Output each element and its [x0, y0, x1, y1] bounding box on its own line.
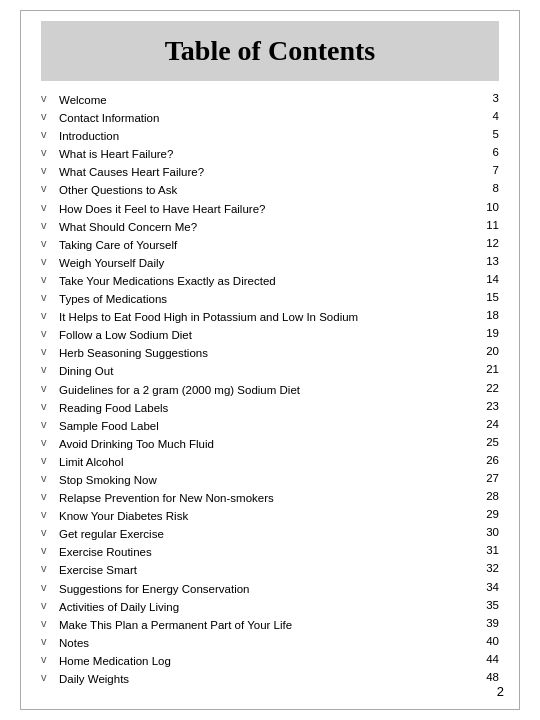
- corner-page-number: 2: [497, 684, 504, 699]
- toc-page: 13: [469, 254, 499, 272]
- toc-label: Avoid Drinking Too Much Fluid: [59, 435, 469, 453]
- toc-page: 5: [469, 127, 499, 145]
- toc-bullet: v: [41, 127, 59, 145]
- toc-label: Follow a Low Sodium Diet: [59, 326, 469, 344]
- toc-bullet: v: [41, 417, 59, 435]
- toc-label: Other Questions to Ask: [59, 181, 469, 199]
- toc-row: vWhat Causes Heart Failure?7: [41, 163, 499, 181]
- toc-row: vMake This Plan a Permanent Part of Your…: [41, 616, 499, 634]
- toc-label: What is Heart Failure?: [59, 145, 469, 163]
- toc-page: 39: [469, 616, 499, 634]
- toc-row: vContact Information4: [41, 109, 499, 127]
- toc-label: Limit Alcohol: [59, 453, 469, 471]
- toc-page: 20: [469, 344, 499, 362]
- toc-page: 18: [469, 308, 499, 326]
- toc-page: 27: [469, 471, 499, 489]
- toc-page: 12: [469, 236, 499, 254]
- toc-label: Taking Care of Yourself: [59, 236, 469, 254]
- toc-row: vSuggestions for Energy Conservation34: [41, 580, 499, 598]
- toc-bullet: v: [41, 326, 59, 344]
- toc-label: Home Medication Log: [59, 652, 469, 670]
- toc-page: 7: [469, 163, 499, 181]
- toc-table: vWelcome3vContact Information4vIntroduct…: [41, 91, 499, 688]
- toc-label: Suggestions for Energy Conservation: [59, 580, 469, 598]
- toc-bullet: v: [41, 543, 59, 561]
- toc-bullet: v: [41, 381, 59, 399]
- toc-row: vActivities of Daily Living35: [41, 598, 499, 616]
- toc-label: Guidelines for a 2 gram (2000 mg) Sodium…: [59, 381, 469, 399]
- toc-page: 24: [469, 417, 499, 435]
- toc-row: vWhat is Heart Failure?6: [41, 145, 499, 163]
- toc-page: 10: [469, 200, 499, 218]
- toc-label: Types of Medications: [59, 290, 469, 308]
- toc-bullet: v: [41, 344, 59, 362]
- toc-page: 35: [469, 598, 499, 616]
- toc-label: Exercise Smart: [59, 561, 469, 579]
- title-box: Table of Contents: [41, 21, 499, 81]
- toc-page: 15: [469, 290, 499, 308]
- toc-row: vTypes of Medications15: [41, 290, 499, 308]
- toc-label: Dining Out: [59, 362, 469, 380]
- toc-page: 3: [469, 91, 499, 109]
- toc-label: Daily Weights: [59, 670, 469, 688]
- toc-bullet: v: [41, 652, 59, 670]
- toc-row: vReading Food Labels23: [41, 399, 499, 417]
- toc-label: What Should Concern Me?: [59, 218, 469, 236]
- toc-row: vTaking Care of Yourself12: [41, 236, 499, 254]
- toc-page: 34: [469, 580, 499, 598]
- toc-row: vAvoid Drinking Too Much Fluid25: [41, 435, 499, 453]
- toc-bullet: v: [41, 218, 59, 236]
- toc-bullet: v: [41, 290, 59, 308]
- toc-bullet: v: [41, 525, 59, 543]
- toc-label: It Helps to Eat Food High in Potassium a…: [59, 308, 469, 326]
- toc-label: Take Your Medications Exactly as Directe…: [59, 272, 469, 290]
- toc-row: vHome Medication Log44: [41, 652, 499, 670]
- toc-bullet: v: [41, 254, 59, 272]
- toc-page: 4: [469, 109, 499, 127]
- toc-row: vLimit Alcohol26: [41, 453, 499, 471]
- toc-row: vNotes40: [41, 634, 499, 652]
- toc-bullet: v: [41, 181, 59, 199]
- toc-bullet: v: [41, 145, 59, 163]
- toc-bullet: v: [41, 616, 59, 634]
- toc-page: 25: [469, 435, 499, 453]
- toc-row: vRelapse Prevention for New Non-smokers2…: [41, 489, 499, 507]
- toc-bullet: v: [41, 580, 59, 598]
- toc-row: vExercise Smart32: [41, 561, 499, 579]
- toc-page: 23: [469, 399, 499, 417]
- toc-row: vStop Smoking Now27: [41, 471, 499, 489]
- toc-bullet: v: [41, 200, 59, 218]
- toc-row: vIntroduction5: [41, 127, 499, 145]
- toc-page: 28: [469, 489, 499, 507]
- toc-bullet: v: [41, 272, 59, 290]
- toc-page: 19: [469, 326, 499, 344]
- toc-label: Know Your Diabetes Risk: [59, 507, 469, 525]
- toc-bullet: v: [41, 598, 59, 616]
- toc-bullet: v: [41, 561, 59, 579]
- toc-label: How Does it Feel to Have Heart Failure?: [59, 200, 469, 218]
- toc-page: 32: [469, 561, 499, 579]
- toc-bullet: v: [41, 453, 59, 471]
- toc-row: vDining Out21: [41, 362, 499, 380]
- toc-label: Notes: [59, 634, 469, 652]
- toc-row: vSample Food Label24: [41, 417, 499, 435]
- toc-bullet: v: [41, 670, 59, 688]
- toc-label: Contact Information: [59, 109, 469, 127]
- toc-page: 44: [469, 652, 499, 670]
- toc-label: Weigh Yourself Daily: [59, 254, 469, 272]
- toc-page: 14: [469, 272, 499, 290]
- toc-bullet: v: [41, 435, 59, 453]
- toc-label: Introduction: [59, 127, 469, 145]
- toc-row: vGuidelines for a 2 gram (2000 mg) Sodiu…: [41, 381, 499, 399]
- toc-row: vTake Your Medications Exactly as Direct…: [41, 272, 499, 290]
- toc-page: 11: [469, 218, 499, 236]
- toc-label: Herb Seasoning Suggestions: [59, 344, 469, 362]
- toc-row: vKnow Your Diabetes Risk29: [41, 507, 499, 525]
- toc-label: Sample Food Label: [59, 417, 469, 435]
- toc-page: 30: [469, 525, 499, 543]
- toc-bullet: v: [41, 308, 59, 326]
- toc-row: vWelcome3: [41, 91, 499, 109]
- toc-bullet: v: [41, 109, 59, 127]
- toc-row: vIt Helps to Eat Food High in Potassium …: [41, 308, 499, 326]
- toc-row: vFollow a Low Sodium Diet19: [41, 326, 499, 344]
